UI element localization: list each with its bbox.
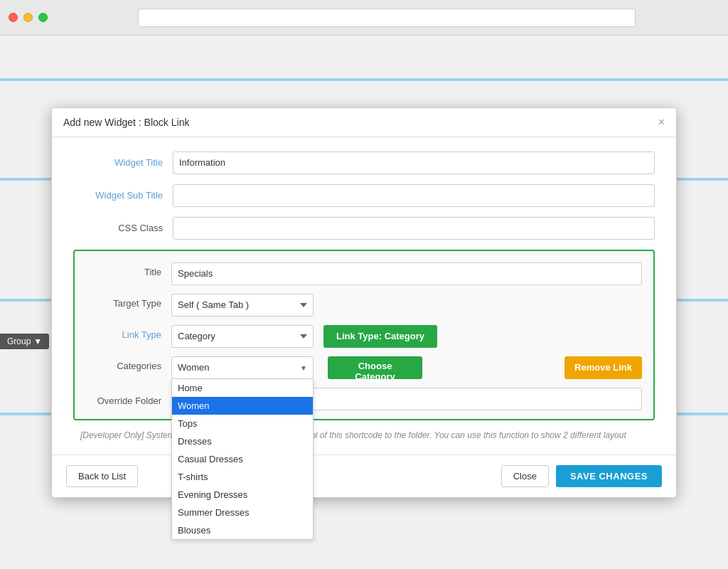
choose-category-button[interactable]: Choose Category	[328, 356, 422, 379]
modal-close-button[interactable]: ×	[658, 117, 665, 128]
back-to-list-button[interactable]: Back to List	[66, 465, 138, 487]
widget-title-input[interactable]	[173, 151, 655, 174]
widget-title-row: Widget Title	[73, 151, 655, 174]
section-title-label: Title	[86, 262, 171, 277]
traffic-light-red[interactable]	[9, 13, 18, 22]
modal-body: Widget Title Widget Sub Title CSS Class …	[52, 137, 676, 454]
link-type-select[interactable]: Category URL Page	[171, 325, 314, 348]
categories-selected-text: Women	[178, 362, 210, 373]
override-folder-label: Override Folder	[86, 391, 171, 406]
category-option-dresses[interactable]: Dresses	[172, 432, 313, 450]
traffic-light-yellow[interactable]	[23, 13, 33, 22]
categories-row: Categories Women ▼ Home Women	[86, 356, 642, 379]
category-option-blouses[interactable]: Blouses	[172, 521, 313, 539]
modal-title: Add new Widget : Block Link	[63, 117, 189, 128]
modal-dialog: Add new Widget : Block Link × Widget Tit…	[51, 107, 677, 498]
modal-header: Add new Widget : Block Link ×	[52, 108, 676, 137]
category-option-tshirts[interactable]: T-shirts	[172, 468, 313, 486]
link-type-badge-button[interactable]: Link Type: Category	[323, 325, 437, 348]
save-changes-button[interactable]: SAVE CHANGES	[556, 465, 662, 487]
category-option-home[interactable]: Home	[172, 379, 313, 397]
categories-label: Categories	[86, 356, 171, 371]
widget-subtitle-input[interactable]	[173, 184, 655, 207]
modal-footer: Back to List Close SAVE CHANGES	[52, 454, 676, 497]
close-button[interactable]: Close	[501, 465, 549, 487]
categories-selected[interactable]: Women ▼	[171, 356, 314, 379]
category-option-evening-dresses[interactable]: Evening Dresses	[172, 486, 313, 504]
category-option-women[interactable]: Women	[172, 397, 313, 415]
url-bar[interactable]	[138, 9, 636, 27]
category-option-summer-dresses[interactable]: Summer Dresses	[172, 504, 313, 521]
target-type-select[interactable]: Self ( Same Tab ) New Tab Parent Top	[171, 294, 314, 317]
green-section: Title Target Type Self ( Same Tab ) New …	[73, 250, 655, 420]
widget-subtitle-row: Widget Sub Title	[73, 184, 655, 207]
widget-title-label: Widget Title	[73, 157, 173, 168]
dropdown-arrow-icon: ▼	[300, 363, 307, 371]
modal-overlay: Add new Widget : Block Link × Widget Tit…	[0, 36, 728, 569]
section-title-input[interactable]	[171, 262, 642, 285]
css-class-label: CSS Class	[73, 223, 173, 233]
categories-dropdown[interactable]: Women ▼ Home Women Tops Dresses Casual D…	[171, 356, 314, 379]
override-folder-row: Override Folder	[86, 388, 642, 410]
section-title-row: Title	[86, 262, 642, 285]
link-type-row: Link Type Category URL Page Link Type: C…	[86, 325, 642, 348]
target-type-row: Target Type Self ( Same Tab ) New Tab Pa…	[86, 294, 642, 317]
target-type-label: Target Type	[86, 294, 171, 309]
link-type-label: Link Type	[86, 325, 171, 340]
traffic-light-green[interactable]	[38, 13, 48, 22]
categories-dropdown-list: Home Women Tops Dresses Casual Dresses T…	[171, 379, 314, 540]
css-class-row: CSS Class	[73, 217, 655, 240]
category-option-tops[interactable]: Tops	[172, 415, 313, 432]
os-bar	[0, 0, 728, 36]
dev-note: [Developer Only] System will auto create…	[73, 430, 655, 440]
category-option-casual-dresses[interactable]: Casual Dresses	[172, 450, 313, 468]
remove-link-button[interactable]: Remove Link	[564, 356, 642, 379]
css-class-input[interactable]	[173, 217, 655, 240]
widget-subtitle-label: Widget Sub Title	[73, 190, 173, 201]
footer-actions: Close SAVE CHANGES	[501, 465, 662, 487]
